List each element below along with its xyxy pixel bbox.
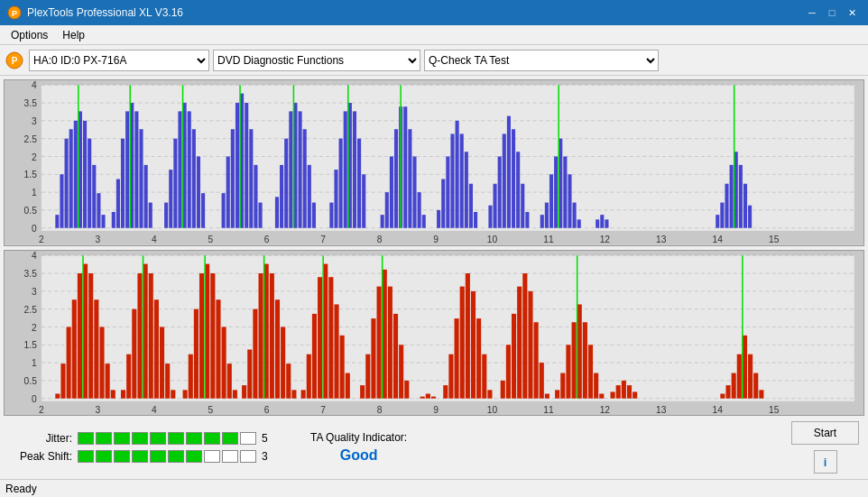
svg-rect-129: [545, 203, 549, 228]
svg-text:8: 8: [377, 235, 383, 244]
svg-rect-97: [362, 174, 365, 227]
maximize-button[interactable]: □: [823, 4, 841, 22]
svg-rect-50: [112, 212, 115, 228]
svg-text:2: 2: [32, 322, 37, 332]
svg-text:6: 6: [264, 405, 270, 415]
start-button[interactable]: Start: [791, 421, 859, 445]
svg-rect-88: [312, 203, 316, 228]
svg-rect-288: [737, 354, 742, 398]
svg-text:P: P: [12, 9, 17, 18]
svg-rect-196: [121, 390, 125, 398]
svg-rect-240: [365, 354, 370, 398]
svg-rect-249: [420, 396, 425, 398]
svg-rect-115: [460, 133, 464, 227]
svg-rect-220: [253, 308, 257, 398]
test-selector[interactable]: Q-Check TA Test: [424, 50, 659, 71]
svg-rect-106: [412, 156, 416, 227]
svg-text:15: 15: [769, 235, 780, 244]
svg-rect-275: [583, 322, 587, 398]
svg-rect-257: [471, 290, 476, 398]
svg-rect-107: [418, 192, 421, 228]
svg-rect-75: [245, 103, 248, 228]
svg-rect-226: [286, 364, 291, 399]
svg-rect-130: [549, 174, 553, 227]
svg-rect-269: [545, 393, 549, 398]
close-button[interactable]: ✕: [843, 4, 861, 22]
svg-rect-101: [390, 156, 393, 227]
svg-rect-80: [275, 197, 279, 227]
svg-rect-259: [482, 354, 486, 398]
svg-rect-70: [222, 193, 226, 228]
app-icon: P: [7, 5, 22, 20]
drive-selector[interactable]: HA:0 ID:0 PX-716A: [29, 50, 209, 71]
svg-rect-116: [465, 152, 468, 227]
svg-rect-58: [149, 203, 152, 228]
svg-rect-253: [448, 354, 453, 398]
jitter-cell-7: [186, 432, 202, 445]
svg-rect-215: [227, 364, 232, 399]
ps-cell-1: [78, 450, 94, 463]
ta-quality-label: TA Quality Indicator:: [310, 431, 407, 444]
jitter-value: 5: [262, 432, 274, 445]
svg-rect-285: [720, 393, 725, 398]
svg-rect-207: [183, 390, 188, 398]
menu-options[interactable]: Options: [4, 27, 55, 43]
svg-rect-114: [456, 121, 459, 228]
svg-rect-124: [512, 129, 515, 228]
menu-help[interactable]: Help: [55, 27, 92, 43]
svg-text:6: 6: [264, 235, 270, 244]
svg-rect-121: [498, 156, 502, 227]
svg-text:3: 3: [96, 405, 101, 415]
toolbar-icon[interactable]: P: [4, 50, 25, 71]
svg-rect-218: [242, 385, 246, 399]
svg-rect-214: [222, 327, 226, 398]
svg-rect-143: [725, 184, 728, 228]
svg-rect-192: [99, 327, 104, 398]
minimize-button[interactable]: ─: [803, 4, 821, 22]
svg-rect-208: [189, 354, 193, 398]
svg-rect-198: [132, 308, 136, 398]
svg-rect-282: [622, 380, 626, 398]
svg-text:2: 2: [39, 405, 44, 415]
svg-text:14: 14: [713, 405, 724, 415]
svg-rect-262: [506, 345, 511, 398]
svg-rect-210: [199, 273, 204, 399]
svg-text:4: 4: [152, 235, 157, 244]
jitter-bar: [78, 432, 256, 445]
jitter-cell-3: [114, 432, 130, 445]
svg-rect-272: [566, 345, 570, 398]
status-text: Ready: [5, 483, 37, 495]
svg-text:1: 1: [32, 188, 37, 198]
svg-text:10: 10: [487, 235, 498, 244]
svg-text:10: 10: [487, 405, 498, 415]
peak-shift-metric: Peak Shift: 3: [9, 450, 274, 463]
peak-shift-value: 3: [262, 450, 274, 463]
start-button-area: Start i: [791, 421, 859, 474]
svg-rect-72: [231, 129, 235, 228]
ta-quality-value: Good: [340, 447, 378, 464]
svg-text:12: 12: [600, 405, 611, 415]
svg-rect-237: [346, 373, 350, 398]
svg-rect-39: [60, 174, 63, 227]
svg-rect-255: [460, 286, 465, 398]
svg-rect-81: [280, 165, 283, 228]
svg-rect-244: [388, 286, 392, 398]
svg-rect-229: [301, 390, 306, 398]
svg-text:7: 7: [320, 235, 326, 244]
svg-rect-134: [568, 174, 571, 227]
info-button[interactable]: i: [814, 450, 837, 474]
svg-text:2.5: 2.5: [24, 134, 37, 144]
svg-rect-117: [469, 184, 473, 228]
svg-rect-261: [501, 380, 505, 398]
svg-rect-95: [353, 111, 356, 227]
svg-rect-254: [455, 318, 459, 399]
toolbar: P HA:0 ID:0 PX-716A DVD Diagnostic Funct…: [0, 45, 868, 76]
svg-text:1: 1: [32, 358, 37, 368]
svg-rect-83: [289, 111, 292, 227]
svg-rect-187: [72, 299, 77, 399]
svg-rect-291: [753, 373, 758, 398]
svg-rect-267: [534, 322, 539, 398]
function-selector[interactable]: DVD Diagnostic Functions: [213, 50, 420, 71]
svg-rect-122: [503, 133, 506, 227]
svg-rect-118: [474, 212, 477, 228]
